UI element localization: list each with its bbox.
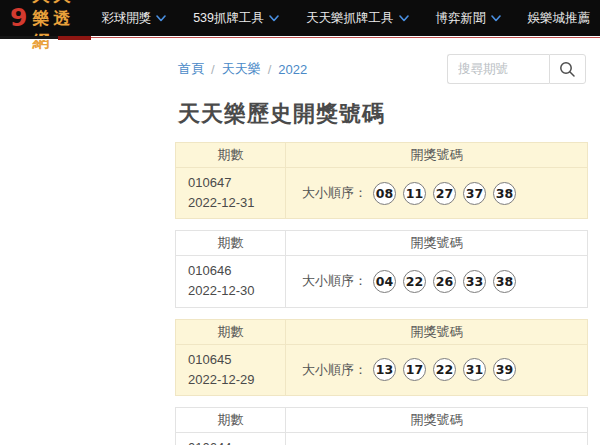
issue-number: 010644: [188, 438, 285, 445]
issue-cell: 010646 2022-12-30: [176, 256, 286, 307]
draw-table: 期數 開獎號碼 010645 2022-12-29 大小順序： 13172231…: [175, 319, 588, 396]
lottery-ball: 08: [373, 182, 396, 205]
draw-row: 010647 2022-12-31 大小順序： 0811273738: [176, 168, 588, 219]
draw-row: 010644 2022-12-28 大小順序： 0424263137: [176, 432, 588, 445]
issue-cell: 010647 2022-12-31: [176, 168, 286, 219]
lottery-ball: 37: [463, 182, 486, 205]
draw-table: 期數 開獎號碼 010644 2022-12-28 大小順序： 04242631…: [175, 407, 588, 445]
breadcrumb-link[interactable]: 首頁: [178, 60, 204, 78]
lottery-ball: 13: [373, 358, 396, 381]
numbers-cell: 大小順序： 1317223139: [286, 344, 588, 395]
issue-number: 010646: [188, 261, 285, 281]
header-accent-line: [0, 36, 600, 40]
order-label: 大小順序：: [302, 272, 367, 290]
accent-red-segment: [58, 36, 91, 40]
column-header-issue: 期數: [176, 319, 286, 344]
main-nav: 彩球開獎 539抓牌工具 天天樂抓牌工具 博弈新聞 娛樂城推薦: [101, 10, 590, 27]
chevron-down-icon: [156, 15, 166, 22]
logo-9-icon: 9: [10, 5, 27, 30]
nav-item-label: 博弈新聞: [436, 10, 486, 27]
table-header-row: 期數 開獎號碼: [176, 143, 588, 168]
ball-row: 1317223139: [373, 358, 516, 381]
page-title: 天天樂歷史開獎號碼: [178, 99, 600, 129]
table-header-row: 期數 開獎號碼: [176, 231, 588, 256]
issue-number: 010645: [188, 350, 285, 370]
nav-item-label: 天天樂抓牌工具: [306, 10, 394, 27]
issue-cell: 010645 2022-12-29: [176, 344, 286, 395]
column-header-numbers: 開獎號碼: [286, 319, 588, 344]
draw-date: 2022-12-29: [188, 370, 285, 390]
issue-number: 010647: [188, 173, 285, 193]
numbers-cell: 大小順序： 0424263137: [286, 432, 588, 445]
nav-item[interactable]: 娛樂城推薦: [528, 10, 591, 27]
breadcrumb: 首頁/天天樂/2022: [178, 60, 307, 78]
lottery-ball: 33: [463, 270, 486, 293]
search-input[interactable]: [447, 54, 549, 84]
draw-row: 010646 2022-12-30 大小順序： 0422263338: [176, 256, 588, 307]
column-header-issue: 期數: [176, 143, 286, 168]
top-navigation-bar: 9 久久樂透網 彩球開獎 539抓牌工具 天天樂抓牌工具 博弈新聞 娛樂城推薦: [0, 0, 600, 36]
lottery-ball: 22: [403, 270, 426, 293]
site-logo[interactable]: 9 久久樂透網: [10, 0, 91, 53]
nav-item-label: 彩球開獎: [101, 10, 151, 27]
nav-item[interactable]: 博弈新聞: [436, 10, 501, 27]
search-button[interactable]: [549, 54, 586, 84]
draw-tables: 期數 開獎號碼 010647 2022-12-31 大小順序： 08112737…: [175, 142, 588, 445]
chevron-down-icon: [491, 15, 501, 22]
lottery-ball: 11: [403, 182, 426, 205]
column-header-numbers: 開獎號碼: [286, 407, 588, 432]
column-header-numbers: 開獎號碼: [286, 143, 588, 168]
draw-row: 010645 2022-12-29 大小順序： 1317223139: [176, 344, 588, 395]
order-label: 大小順序：: [302, 361, 367, 379]
ball-row: 0422263338: [373, 270, 516, 293]
breadcrumb-separator: /: [268, 62, 272, 77]
breadcrumb-search-row: 首頁/天天樂/2022: [178, 54, 586, 84]
nav-item[interactable]: 天天樂抓牌工具: [306, 10, 409, 27]
lottery-ball: 17: [403, 358, 426, 381]
accent-thin-line: [91, 37, 600, 38]
nav-item[interactable]: 彩球開獎: [101, 10, 166, 27]
lottery-ball: 27: [433, 182, 456, 205]
draw-table: 期數 開獎號碼 010646 2022-12-30 大小順序： 04222633…: [175, 230, 588, 307]
draw-date: 2022-12-31: [188, 193, 285, 213]
accent-dark-segment: [0, 36, 58, 39]
search-box: [447, 54, 586, 84]
breadcrumb-separator: /: [211, 62, 215, 77]
lottery-ball: 38: [493, 270, 516, 293]
breadcrumb-link[interactable]: 天天樂: [222, 60, 261, 78]
lottery-ball: 39: [493, 358, 516, 381]
nav-item-label: 娛樂城推薦: [528, 10, 591, 27]
numbers-cell: 大小順序： 0422263338: [286, 256, 588, 307]
lottery-ball: 31: [463, 358, 486, 381]
lottery-ball: 22: [433, 358, 456, 381]
table-header-row: 期數 開獎號碼: [176, 319, 588, 344]
chevron-down-icon: [399, 15, 409, 22]
draw-date: 2022-12-30: [188, 281, 285, 301]
column-header-issue: 期數: [176, 231, 286, 256]
column-header-numbers: 開獎號碼: [286, 231, 588, 256]
table-header-row: 期數 開獎號碼: [176, 407, 588, 432]
issue-cell: 010644 2022-12-28: [176, 432, 286, 445]
search-icon: [559, 61, 576, 78]
draw-table: 期數 開獎號碼 010647 2022-12-31 大小順序： 08112737…: [175, 142, 588, 219]
ball-row: 0811273738: [373, 182, 516, 205]
nav-item-label: 539抓牌工具: [193, 10, 264, 27]
lottery-ball: 38: [493, 182, 516, 205]
chevron-down-icon: [269, 15, 279, 22]
breadcrumb-link[interactable]: 2022: [278, 62, 307, 77]
lottery-ball: 04: [373, 270, 396, 293]
numbers-cell: 大小順序： 0811273738: [286, 168, 588, 219]
order-label: 大小順序：: [302, 184, 367, 202]
lottery-ball: 26: [433, 270, 456, 293]
site-title: 久久樂透網: [32, 0, 91, 53]
column-header-issue: 期數: [176, 407, 286, 432]
nav-item[interactable]: 539抓牌工具: [193, 10, 279, 27]
